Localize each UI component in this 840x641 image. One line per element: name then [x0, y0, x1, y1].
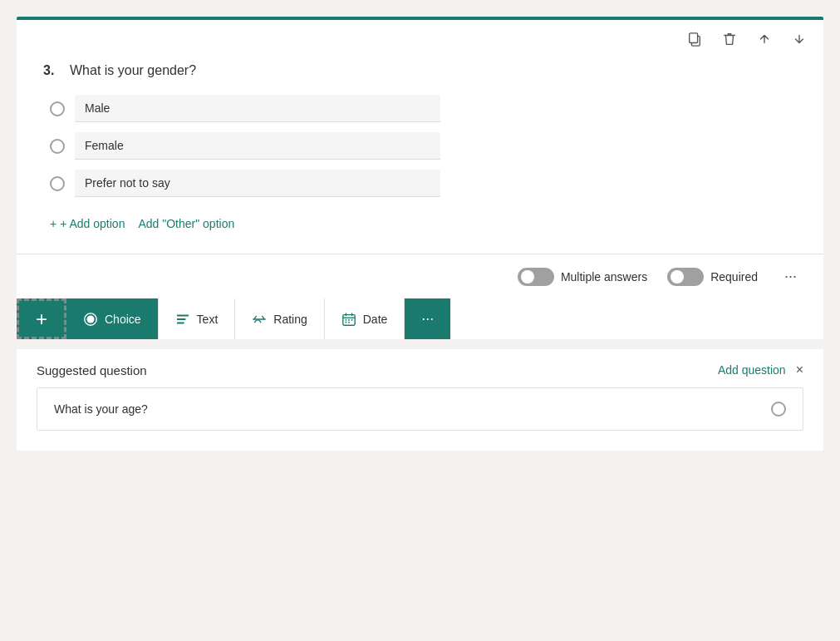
add-other-label: Add "Other" option [138, 217, 234, 230]
suggested-title: Suggested question [37, 363, 147, 377]
option-row-male [50, 95, 797, 122]
close-icon: × [796, 362, 803, 377]
option-input-prefer[interactable] [75, 170, 440, 197]
tab-rating[interactable]: Rating [235, 298, 324, 339]
bottom-toolbar: Multiple answers Required ··· [17, 254, 823, 298]
card-toolbar [17, 20, 823, 50]
required-toggle[interactable] [667, 268, 704, 286]
toggle-knob [521, 270, 534, 284]
delete-button[interactable] [719, 28, 740, 50]
svg-rect-8 [345, 319, 346, 321]
date-icon [341, 312, 356, 327]
question-number-row: 3. What is your gender? [43, 63, 797, 78]
svg-point-3 [87, 315, 95, 323]
rating-icon [252, 312, 267, 327]
suggested-header: Suggested question Add question × [37, 362, 803, 377]
option-input-male[interactable] [75, 95, 440, 122]
tab-choice[interactable]: Choice [66, 298, 159, 339]
more-types-button[interactable]: ··· [405, 298, 450, 339]
required-group: Required [667, 268, 758, 286]
tab-date[interactable]: Date [325, 298, 405, 339]
options-list [50, 95, 797, 197]
radio-circle [50, 139, 65, 154]
tab-rating-label: Rating [273, 313, 307, 326]
more-icon: ··· [421, 310, 434, 328]
tab-date-label: Date [363, 313, 388, 326]
add-question-button[interactable]: Add question [718, 363, 786, 377]
option-input-female[interactable] [75, 132, 440, 160]
svg-rect-12 [348, 321, 350, 323]
move-down-button[interactable] [788, 28, 810, 50]
close-suggested-button[interactable]: × [796, 362, 803, 377]
svg-rect-9 [348, 319, 350, 321]
question-number: 3. [43, 63, 60, 78]
radio-circle [50, 176, 65, 191]
add-new-question-button[interactable]: + [17, 298, 66, 339]
required-label: Required [710, 270, 758, 284]
multiple-answers-label: Multiple answers [561, 270, 647, 284]
move-up-button[interactable] [754, 28, 775, 50]
svg-rect-10 [351, 319, 352, 321]
question-text: What is your gender? [70, 63, 196, 78]
suggested-section: Suggested question Add question × What i… [17, 349, 823, 451]
choice-icon [83, 312, 98, 327]
svg-rect-4 [176, 314, 188, 316]
svg-rect-5 [176, 318, 185, 320]
tab-text-label: Text [197, 313, 219, 326]
add-option-row: + + Add option Add "Other" option [50, 214, 797, 234]
text-icon [175, 312, 190, 327]
main-container: 3. What is your gender? [17, 17, 823, 451]
suggested-question-text: What is your age? [54, 402, 148, 416]
question-card: 3. What is your gender? [17, 17, 823, 298]
plus-icon-large: + [36, 308, 47, 331]
tab-text[interactable]: Text [159, 298, 236, 339]
option-row-female [50, 132, 797, 160]
radio-circle [50, 101, 65, 116]
svg-rect-11 [345, 321, 346, 323]
question-type-bar: + Choice Text [17, 298, 823, 339]
suggested-question-row: What is your age? [37, 387, 803, 431]
svg-rect-6 [176, 322, 184, 323]
question-body: 3. What is your gender? [17, 50, 823, 254]
add-option-label: + Add option [60, 217, 125, 230]
tab-choice-label: Choice [105, 313, 141, 326]
add-option-button[interactable]: + + Add option [50, 214, 125, 234]
multiple-answers-group: Multiple answers [518, 268, 647, 286]
toggle-knob [671, 270, 684, 284]
suggested-actions: Add question × [718, 362, 803, 377]
multiple-answers-toggle[interactable] [518, 268, 554, 286]
suggested-radio [771, 402, 786, 417]
svg-rect-1 [690, 33, 698, 43]
plus-icon: + [50, 217, 56, 230]
copy-button[interactable] [684, 28, 705, 50]
add-other-button[interactable]: Add "Other" option [138, 214, 234, 234]
option-row-prefer [50, 170, 797, 197]
more-options-button[interactable]: ··· [778, 264, 803, 288]
